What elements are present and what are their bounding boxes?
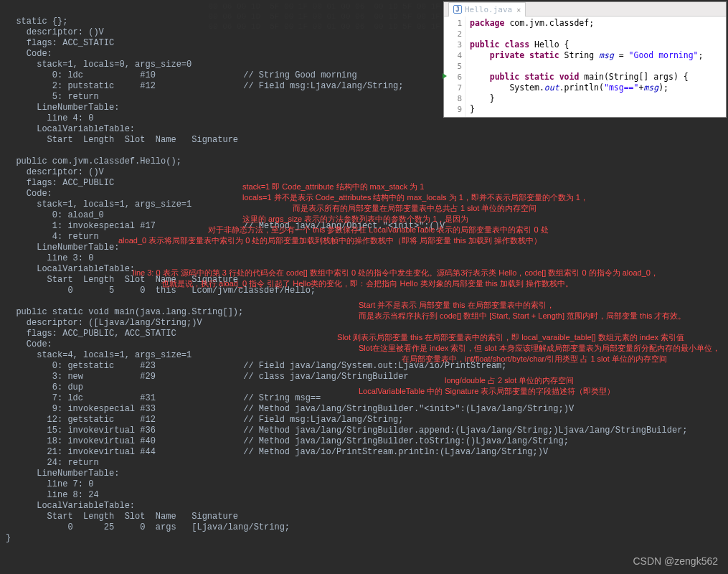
- annotation-slot: Slot 则表示局部变量 this 在局部变量表中的索引，即 local_var…: [337, 332, 684, 343]
- java-file-icon: J: [453, 5, 462, 14]
- bytecode-block-1: static {}; descriptor: ()V flags: ACC_ST…: [6, 17, 404, 145]
- gutter-line: 4: [444, 50, 462, 61]
- annotation-slot-3: 在局部变量表中，int/float/short/byte/char/引用类型 占…: [402, 354, 667, 364]
- annotation-slot-2: Slot在这里被看作是 index 索引，但 slot 本身应该理解成局部变量表…: [359, 343, 720, 354]
- annotation-start-2: 而是表示当程序执行到 code[] 数组中 [Start, Start + Le…: [359, 311, 686, 321]
- close-icon[interactable]: ✕: [516, 6, 521, 14]
- editor-tab-hello[interactable]: J Hello.java ✕: [448, 2, 526, 17]
- watermark: CSDN @zengk562: [633, 555, 719, 567]
- gutter-line: 7: [444, 83, 462, 93]
- annotation-argssize: 这里的 args_size 表示的方法参数列表中的参数个数为 1，是因为: [242, 214, 468, 225]
- editor-tab-label: Hello.java: [465, 5, 512, 14]
- annotation-start: Start 并不是表示 局部变量 this 在局部变量表中的索引，: [359, 300, 554, 311]
- annotation-line3-2: 也就是说，执行 aload_0 指令 引起了 Hello类的变化，即：会把指向 …: [161, 278, 573, 289]
- run-main-icon[interactable]: [443, 73, 447, 79]
- editor-tabbar: J Hello.java ✕: [444, 2, 726, 17]
- annotation-slot-4: long/double 占 2 slot 单位的内存空间: [445, 375, 574, 386]
- gutter-line: 3: [444, 39, 462, 50]
- gutter-line-runnable[interactable]: 6: [444, 72, 462, 83]
- editor-source[interactable]: package com.jvm.classdef; public class H…: [465, 17, 707, 117]
- gutter-line: 1: [444, 18, 462, 29]
- gutter-line: 2: [444, 29, 462, 39]
- source-editor-panel: J Hello.java ✕ 1 2 3 4 5 6 7 8 9 package…: [443, 1, 727, 118]
- gutter-line: 5: [444, 61, 462, 72]
- gutter-line: 8: [444, 93, 462, 104]
- editor-gutter: 1 2 3 4 5 6 7 8 9: [444, 17, 465, 117]
- annotation-this: 对于非静态方法，至少有一个 this 参数保存在 LocalVariableTa…: [208, 225, 549, 235]
- annotation-locals: locals=1 并不是表示 Code_attributes 结构中的 max_…: [242, 192, 588, 203]
- gutter-line: 9: [444, 104, 462, 115]
- annotation-locals-2: 而是表示所有的局部变量在局部变量表中总共占 1 slot 单位的内存空间: [293, 203, 536, 214]
- annotation-stack: stack=1 即 Code_attribute 结构中的 max_stack …: [242, 182, 424, 192]
- annotation-signature: LocalVariableTable 中的 Signature 表示局部变量的字…: [359, 386, 615, 397]
- annotation-aload0: aload_0 表示将局部变量表中索引为 0 处的局部变量加载到栈帧中的操作数栈…: [118, 235, 542, 246]
- annotation-line3: line 3: 0 表示 源码中的第 3 行处的代码会在 code[] 数组中索…: [133, 268, 658, 278]
